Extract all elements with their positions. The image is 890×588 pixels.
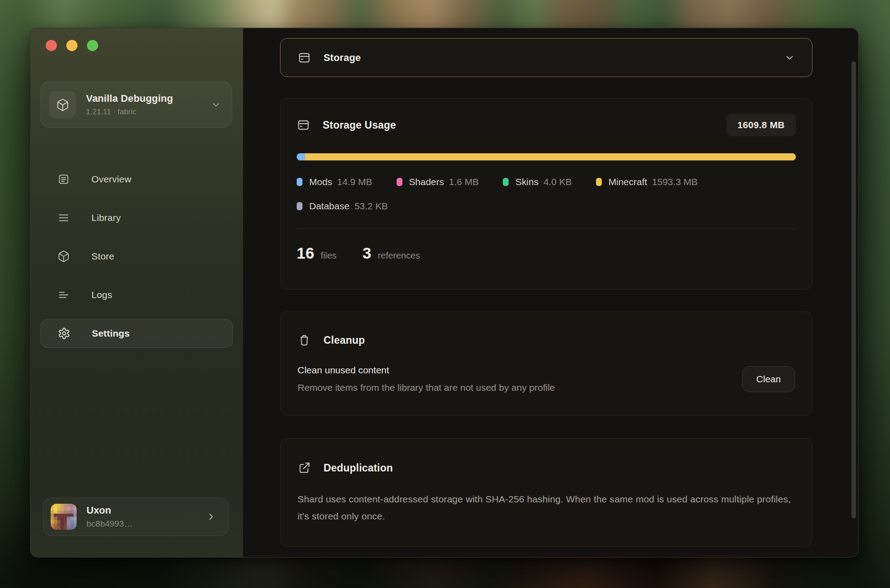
references-label: references [378, 251, 420, 261]
storage-usage-title-row: Storage Usage 1609.8 MB [297, 114, 796, 136]
sidebar-item-label: Store [91, 251, 114, 262]
storage-bar [297, 153, 796, 160]
card-title: Cleanup [324, 334, 365, 346]
skins-swatch [503, 178, 509, 186]
clean-button[interactable]: Clean [742, 366, 795, 392]
divider [297, 229, 796, 229]
files-label: files [321, 251, 337, 261]
profile-name: Vanilla Debugging [86, 93, 211, 104]
section-title: Storage [324, 52, 361, 64]
gear-icon [58, 327, 70, 340]
legend-label: Minecraft [609, 177, 647, 187]
card-title: Deduplication [324, 462, 393, 474]
package-icon [49, 91, 76, 118]
sidebar-item-label: Overview [91, 174, 131, 185]
profile-meta: 1.21.11 · fabric [86, 108, 211, 117]
legend-label: Shaders [409, 177, 444, 187]
trash-icon [298, 333, 311, 347]
profile-selector[interactable]: Vanilla Debugging 1.21.11 · fabric [40, 82, 232, 128]
references-count: 3 [363, 244, 372, 262]
scrollbar-thumb[interactable] [851, 61, 856, 519]
app-window: Vanilla Debugging 1.21.11 · fabric Overv… [30, 28, 859, 558]
storage-usage-card: Storage Usage 1609.8 MB Mods 14.9 MB Sha… [280, 98, 812, 290]
library-icon [57, 212, 70, 224]
user-text: Uxon bc8b4993… [86, 505, 206, 529]
card-title: Storage Usage [323, 119, 396, 131]
database-swatch [297, 202, 302, 210]
sidebar-item-overview[interactable]: Overview [40, 167, 233, 191]
storage-legend: Mods 14.9 MB Shaders 1.6 MB Skins 4.0 KB… [297, 177, 796, 212]
cleanup-title-row: Cleanup [298, 333, 795, 347]
legend-item-shaders: Shaders 1.6 MB [397, 177, 479, 187]
legend-item-skins: Skins 4.0 KB [503, 177, 571, 187]
deduplication-card: Deduplication Shard uses content-address… [280, 438, 812, 547]
legend-item-mods: Mods 14.9 MB [297, 177, 372, 187]
minimize-button[interactable] [66, 40, 78, 51]
sidebar: Vanilla Debugging 1.21.11 · fabric Overv… [30, 28, 243, 557]
cleanup-action-title: Clean unused content [298, 365, 555, 376]
legend-label: Skins [515, 177, 538, 187]
traffic-lights [46, 40, 98, 51]
cleanup-action-desc: Remove items from the library that are n… [298, 382, 555, 393]
cube-icon [57, 250, 70, 263]
cleanup-row: Clean unused content Remove items from t… [298, 365, 795, 393]
legend-item-minecraft: Minecraft 1593.3 MB [596, 177, 698, 187]
legend-value: 4.0 KB [544, 177, 572, 187]
profile-text: Vanilla Debugging 1.21.11 · fabric [86, 93, 211, 117]
minecraft-swatch [596, 178, 602, 186]
sidebar-item-label: Settings [92, 328, 130, 339]
legend-value: 14.9 MB [337, 177, 372, 187]
legend-value: 53.2 KB [354, 201, 388, 212]
overview-icon [57, 173, 70, 186]
sidebar-item-settings[interactable]: Settings [40, 319, 233, 348]
close-button[interactable] [46, 40, 57, 51]
cleanup-card: Cleanup Clean unused content Remove item… [280, 311, 812, 415]
user-name: Uxon [86, 505, 206, 516]
sidebar-item-logs[interactable]: Logs [40, 283, 233, 307]
dedup-body: Shard uses content-addressed storage wit… [298, 491, 795, 525]
legend-value: 1.6 MB [449, 177, 479, 187]
legend-label: Database [309, 201, 350, 212]
total-usage-badge: 1609.8 MB [726, 114, 796, 136]
storage-icon [297, 118, 310, 132]
chevron-down-icon [784, 52, 795, 63]
legend-value: 1593.3 MB [652, 177, 698, 187]
logs-icon [57, 289, 70, 301]
legend-label: Mods [309, 177, 332, 187]
storage-section-header[interactable]: Storage [280, 38, 812, 77]
sidebar-item-library[interactable]: Library [40, 206, 233, 230]
user-id: bc8b4993… [86, 519, 206, 529]
avatar [51, 504, 77, 530]
chevron-down-icon [211, 100, 221, 110]
storage-icon [298, 51, 311, 65]
sidebar-item-store[interactable]: Store [40, 244, 233, 268]
sidebar-item-label: Logs [91, 290, 112, 300]
stats-row: 16 files 3 references [297, 244, 796, 262]
sidebar-nav: Overview Library Store [40, 167, 233, 346]
user-account-button[interactable]: Uxon bc8b4993… [43, 497, 229, 536]
external-link-icon [298, 461, 311, 475]
sidebar-item-label: Library [91, 212, 121, 223]
zoom-button[interactable] [87, 40, 98, 51]
chevron-right-icon [206, 511, 216, 522]
legend-item-database: Database 53.2 KB [297, 201, 388, 212]
shaders-swatch [397, 178, 402, 186]
dedup-title-row: Deduplication [298, 461, 795, 475]
main-content: Storage Storage Usage 1609.8 MB [243, 28, 858, 557]
cleanup-text: Clean unused content Remove items from t… [298, 365, 555, 393]
files-count: 16 [297, 244, 315, 262]
mods-swatch [297, 178, 302, 186]
